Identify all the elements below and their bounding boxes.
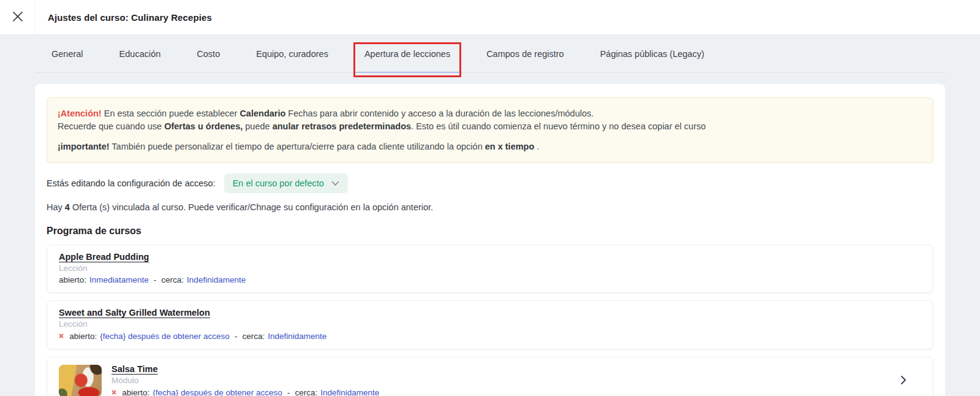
lesson-type-label: Módulo	[111, 376, 900, 385]
lesson-card[interactable]: Sweet and Salty Grilled Watermelon Lecci…	[47, 300, 933, 349]
open-value-link[interactable]: Inmediatamente	[89, 275, 149, 284]
open-value-link[interactable]: {fecha} después de obtener acceso	[153, 388, 282, 396]
close-label: cerca:	[161, 275, 184, 284]
open-label: abierto:	[122, 388, 149, 396]
open-value-link[interactable]: {fecha} después de obtener acceso	[100, 332, 230, 341]
notice-line-1: ¡Atención! En esta sección puede estable…	[58, 107, 922, 120]
access-config-row: Estás editando la configuración de acces…	[47, 173, 933, 193]
lesson-title-link[interactable]: Sweet and Salty Grilled Watermelon	[59, 308, 210, 318]
expand-module-button[interactable]	[900, 375, 907, 387]
notice-line-2: Recuerde que cuando use Ofertas u órdene…	[58, 120, 922, 133]
tab-paginas-publicas-legacy[interactable]: Páginas públicas (Legacy)	[591, 35, 714, 72]
open-label: abierto:	[69, 332, 97, 341]
tab-label: Páginas públicas (Legacy)	[600, 49, 704, 59]
access-config-label: Estás editando la configuración de acces…	[47, 178, 216, 188]
lesson-open-close-status: abierto: Inmediatamente - cerca: Indefin…	[59, 275, 921, 284]
tab-apertura-de-lecciones[interactable]: Apertura de lecciones	[355, 35, 459, 72]
offers-count: 4	[65, 202, 70, 212]
tab-campos-de-registro[interactable]: Campos de registro	[477, 35, 573, 72]
lesson-type-label: Lección	[59, 264, 921, 273]
tab-general[interactable]: General	[42, 35, 92, 72]
error-cross-icon: ×	[111, 387, 116, 396]
tab-label: Campos de registro	[486, 49, 564, 59]
error-cross-icon: ×	[59, 331, 64, 341]
section-title-program: Programa de cursos	[47, 226, 933, 237]
close-label: cerca:	[295, 388, 317, 396]
close-icon	[12, 11, 23, 24]
lesson-card[interactable]: Apple Bread Pudding Lección abierto: Inm…	[47, 245, 933, 293]
lesson-card[interactable]: Salsa Time Módulo × abierto: {fecha} des…	[47, 357, 933, 396]
close-button[interactable]	[0, 0, 36, 34]
lesson-open-close-status: × abierto: {fecha} después de obtener ac…	[111, 387, 900, 396]
close-value-link[interactable]: Indefinidamente	[268, 332, 326, 341]
close-value-link[interactable]: Indefinidamente	[320, 388, 379, 396]
close-label: cerca:	[242, 332, 265, 341]
access-config-dropdown[interactable]: En el curso por defecto	[224, 173, 348, 193]
tab-label: Equipo, curadores	[256, 49, 328, 59]
page-title: Ajustes del curso: Culinary Recepies	[48, 0, 212, 34]
tab-label: Costo	[197, 49, 220, 59]
offers-info-line: Hay 4 Oferta (s) vinculada al curso. Pue…	[47, 202, 933, 212]
notice-line-3: ¡importante! También puede personalizar …	[58, 140, 922, 153]
tab-costo[interactable]: Costo	[187, 35, 229, 72]
settings-panel: ¡Atención! En esta sección puede estable…	[35, 84, 945, 396]
important-label: ¡importante!	[58, 142, 110, 151]
attention-notice: ¡Atención! En esta sección puede estable…	[47, 97, 933, 163]
tab-label: Educación	[119, 49, 161, 59]
tab-equipo-curadores[interactable]: Equipo, curadores	[247, 35, 337, 72]
active-tab-underline	[355, 72, 459, 73]
lesson-list: Apple Bread Pudding Lección abierto: Inm…	[47, 245, 933, 396]
tab-educacion[interactable]: Educación	[110, 35, 170, 72]
modal-header: Ajustes del curso: Culinary Recepies	[0, 0, 980, 35]
tab-label: Apertura de lecciones	[364, 49, 450, 59]
attention-label: ¡Atención!	[58, 109, 102, 118]
lesson-open-close-status: × abierto: {fecha} después de obtener ac…	[59, 331, 921, 341]
dropdown-selected-value: En el curso por defecto	[233, 178, 324, 188]
tab-bar: General Educación Costo Equipo, curadore…	[35, 35, 945, 73]
open-label: abierto:	[59, 275, 86, 284]
module-thumbnail-image	[59, 365, 102, 396]
lesson-title-link[interactable]: Salsa Time	[111, 364, 158, 374]
lesson-title-link[interactable]: Apple Bread Pudding	[59, 252, 149, 262]
chevron-down-icon	[331, 178, 339, 188]
close-value-link[interactable]: Indefinidamente	[187, 275, 246, 284]
chevron-right-icon	[900, 375, 907, 387]
lesson-type-label: Lección	[59, 319, 921, 329]
tab-label: General	[51, 49, 83, 59]
